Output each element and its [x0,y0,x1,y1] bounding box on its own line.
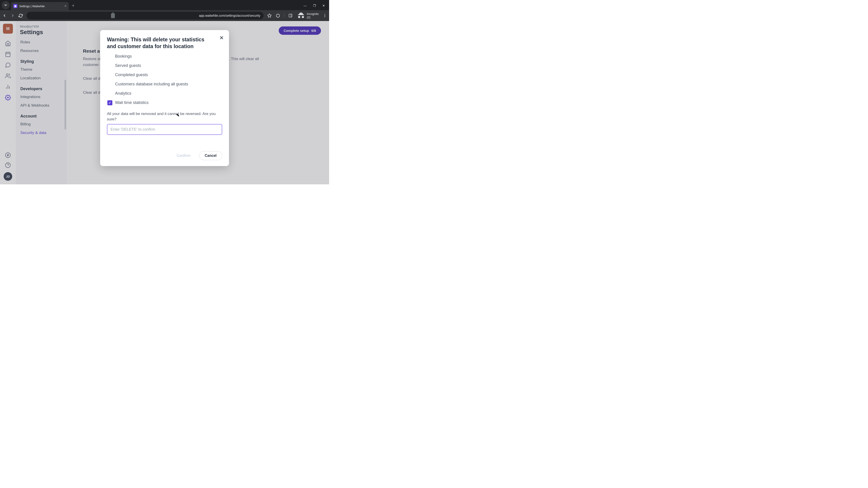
incognito-icon [297,11,306,20]
checkbox-row-served-guests[interactable]: Served guests [107,63,222,68]
tab-title: Settings | Waitwhile [19,4,63,8]
extensions-icon[interactable] [276,13,280,18]
incognito-badge[interactable]: Incognito (2) [297,11,319,20]
minimize-button[interactable]: ― [304,4,307,7]
tab-favicon [13,4,18,8]
modal-warning-text: All your data will be removed and it can… [107,111,222,122]
checkbox-row-customers-db[interactable]: Customers database including all guests [107,82,222,87]
new-tab-button[interactable]: + [72,3,74,8]
browser-tab-strip: Settings | Waitwhile × + ― ❐ ✕ [0,0,329,10]
modal-checklist: Bookings Served guests Completed guests … [107,54,222,105]
side-panel-icon[interactable] [288,13,292,18]
modal-title: Warning: This will delete your statistic… [107,36,211,50]
app-container: M JD Moodjoy7434 Settings Roles Resource… [0,21,329,184]
site-settings-icon [30,12,196,20]
confirm-button[interactable]: Confirm [171,151,196,160]
checkbox-row-completed-guests[interactable]: Completed guests [107,72,222,77]
browser-tab[interactable]: Settings | Waitwhile × [11,2,69,10]
checkbox-wait-time[interactable]: ✓ [107,100,112,105]
address-bar[interactable]: app.waitwhile.com/settings/account/secur… [26,12,264,20]
forward-button[interactable] [10,13,15,18]
svg-point-2 [324,14,325,15]
modal-overlay[interactable]: ✕ Warning: This will delete your statist… [0,21,329,184]
svg-point-4 [324,17,325,17]
maximize-button[interactable]: ❐ [313,4,316,7]
url-text: app.waitwhile.com/settings/account/secur… [199,14,260,18]
checkbox-row-wait-time[interactable]: ✓Wait time statistics [107,100,222,105]
svg-rect-0 [289,14,292,17]
checkmark-icon: ✓ [108,101,111,105]
browser-toolbar: app.waitwhile.com/settings/account/secur… [0,10,329,21]
close-icon[interactable]: ✕ [219,35,223,41]
bookmark-icon[interactable] [267,13,272,18]
close-window-button[interactable]: ✕ [322,4,325,7]
checkbox-row-analytics[interactable]: Analytics [107,91,222,96]
back-button[interactable] [2,13,7,18]
menu-button[interactable] [323,13,327,18]
tab-search-button[interactable] [2,1,10,9]
svg-point-3 [324,15,325,16]
checkbox-row-bookings[interactable]: Bookings [107,54,222,59]
delete-data-modal: ✕ Warning: This will delete your statist… [100,30,229,166]
toolbar-divider [284,13,284,18]
delete-confirm-input[interactable] [107,124,222,135]
tab-close-icon[interactable]: × [64,4,66,8]
reload-button[interactable] [19,13,23,18]
cancel-button[interactable]: Cancel [199,151,222,160]
window-controls: ― ❐ ✕ [304,4,329,10]
